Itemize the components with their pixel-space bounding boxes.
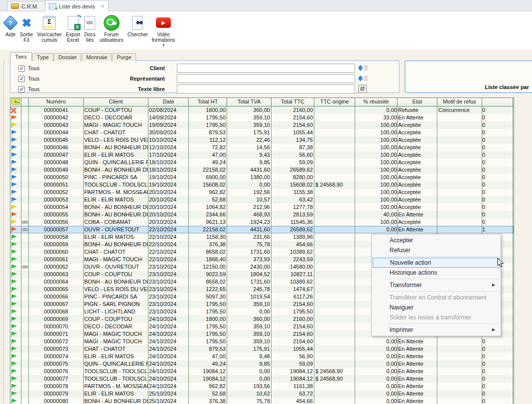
table-row-selected[interactable]: 00000057OUVR - OUVRETOUT22/10/202422158,… — [10, 226, 514, 233]
table-row[interactable]: 00000043MAGI - MAGIC TOUCH19/09/20241795… — [10, 121, 514, 129]
table-header-ttc-origine[interactable]: TTC origine — [314, 98, 355, 106]
table-row[interactable]: 00000042DECO - DECODAR14/09/20241795,503… — [10, 114, 514, 121]
empty-set-button[interactable]: Ø — [358, 85, 367, 93]
blue-flag-icon — [10, 145, 17, 151]
linked-docs-button[interactable]: Docs liés — [82, 14, 98, 43]
table-row[interactable]: 00000052PARTMOS - M. MOSSEAU E20/10/2024… — [10, 189, 514, 196]
forum-icon — [104, 15, 120, 31]
table-header-total-tva[interactable]: Total TVA — [227, 98, 271, 106]
table-row[interactable]: 00000080BONH - AU BONHEUR DU B25/10/2024… — [10, 398, 514, 404]
help-button[interactable]: ?Aide — [3, 14, 18, 38]
row-status-icon-cell — [10, 323, 21, 330]
lookup-button[interactable] — [358, 75, 368, 83]
row-status-icon-cell — [10, 181, 21, 189]
row-status-icon-cell — [10, 151, 21, 159]
filter-tab-type[interactable]: Type — [32, 53, 53, 61]
cell-etat: Acceptée — [398, 151, 437, 159]
menu-item-imprimer[interactable]: Imprimer▶ — [373, 325, 500, 335]
filter-tab-dossier[interactable]: Dossier — [54, 53, 81, 61]
table-header-num-ro[interactable]: Numéro — [29, 98, 84, 106]
toggle-totals-button[interactable]: ΣVoir/cacher cumuls — [35, 14, 64, 43]
table-row[interactable]: 00000047ELIR - ELIR MATOS17/10/202447,00… — [10, 151, 514, 159]
table-row[interactable]: 00000054BONH - AU BONHEUR DU B20/10/2024… — [10, 203, 514, 211]
filter-tab-purge[interactable]: Purge — [112, 53, 135, 61]
cell-numero: 00000077 — [29, 375, 84, 383]
row-status-icon-cell — [10, 375, 21, 383]
row-link-icon-cell — [21, 278, 29, 286]
table-row[interactable]: 00000079ELIR - ELIR MATOS25/10/202452,68… — [10, 390, 514, 398]
exit-button[interactable]: ✖Sortie F3 — [18, 14, 35, 43]
table-row[interactable]: 00000041COUP - COUPTOU02/08/20241800,003… — [10, 106, 514, 114]
texte-libre-input[interactable] — [177, 85, 355, 94]
table-row[interactable]: 00000055BONH - AU BONHEUR DU B20/10/2024… — [10, 211, 514, 218]
table-row[interactable]: 00000046BONH - AU BONHEUR DU B12/10/2024… — [10, 144, 514, 151]
table-row[interactable]: 00000050PINC - PINCARDI SA19/10/20246900… — [10, 174, 514, 181]
table-header-motif-de-refus[interactable]: Motif de refus — [437, 98, 482, 106]
table-row[interactable]: 00000053ELIR - ELIR MATOS20/10/202452,68… — [10, 196, 514, 203]
tous-checkbox[interactable]: ✓ — [18, 86, 25, 93]
tous-checkbox[interactable]: ✓ — [18, 76, 25, 82]
customize-columns-button[interactable]: +▼ — [11, 99, 20, 104]
cell-date: 20/10/2024 — [148, 196, 189, 203]
table-row[interactable]: 00000073CHAT - CHATOT24/10/2024879,53175… — [10, 345, 514, 353]
table-header-client[interactable]: Client — [84, 98, 148, 106]
représentant-input[interactable] — [177, 74, 355, 83]
cell-ttc-origine — [314, 330, 355, 338]
user-forum-button[interactable]: Forum utilisateurs — [98, 14, 126, 43]
video-trainings-button[interactable]: ▶Vidéo formations▼ — [150, 14, 177, 47]
table-row[interactable]: 00000048QUIN - QUINCAILLERIE PL18/10/202… — [10, 159, 514, 166]
table-header-date[interactable]: Date — [148, 98, 189, 106]
cell-client: TOOLSCLUB - TOOLSCLUB — [84, 368, 148, 375]
menu-item-refuser[interactable]: Refuser — [373, 245, 500, 255]
cell-ttc-origine — [314, 159, 355, 166]
menu-item-historique-actions[interactable]: Historique actions — [373, 268, 500, 278]
empty-set-button-wrap[interactable]: Ø — [358, 85, 367, 93]
tous-checkbox[interactable]: ✓ — [18, 65, 25, 72]
menu-item-transformer[interactable]: Transformer▶ — [373, 280, 500, 290]
cell-total-ht: 52,68 — [189, 196, 227, 203]
table-row[interactable]: 00000074ELIR - ELIR MATOS24/10/202447,00… — [10, 353, 514, 360]
tab-liste-des-devis[interactable]: + Liste des devis ✕ — [45, 0, 109, 11]
tab-liste-des-devis-close-icon[interactable]: ✕ — [101, 3, 105, 9]
menu-item-nouvelle-action[interactable]: Nouvelle action — [373, 258, 500, 268]
filter-tab-tiers[interactable]: Tiers — [10, 52, 32, 61]
client-input[interactable] — [177, 64, 355, 73]
cell-client: TOOLSCLUB - TOOLSCLUB — [84, 181, 148, 189]
table-header-total-ht[interactable]: Total HT — [189, 98, 227, 106]
table-row[interactable]: 00000076TOOLSCLUB - TOOLSCLUB24/10/20241… — [10, 368, 514, 375]
table-header-blank[interactable] — [482, 98, 513, 106]
search-button[interactable]: Chercher — [126, 14, 150, 38]
table-row[interactable]: 00000044CHAT - CHATOT30/09/2024879,53175… — [10, 129, 514, 136]
export-excel-button[interactable]: ↷XExport Excel — [64, 14, 82, 43]
cell-total-ht: 1064,82 — [189, 203, 227, 211]
cell-ttc-origine — [314, 286, 355, 293]
table-header-add[interactable]: +▼ — [10, 98, 21, 106]
table-row[interactable]: 00000078PARTMOS - M. MOSSEAU E24/10/2024… — [10, 383, 514, 390]
cell-date: 30/09/2024 — [148, 129, 189, 136]
table-header--r-ussite[interactable]: % réussite — [355, 98, 398, 106]
menu-item-accepter[interactable]: Accepter — [373, 235, 500, 245]
filter-tab-monnaie[interactable]: Monnaie — [82, 53, 112, 61]
table-header-etat[interactable]: Etat — [398, 98, 437, 106]
cell-numero: 00000063 — [29, 271, 84, 278]
lookup-icon[interactable] — [358, 75, 368, 82]
table-header-blank[interactable] — [21, 98, 29, 106]
table-row[interactable]: 00000056COBA - COBAMAT20/10/20249621,131… — [10, 218, 514, 226]
tab-crm-label: C.R.M. — [21, 3, 38, 9]
menu-item-naviguer[interactable]: Naviguer — [373, 303, 500, 312]
green-flag-icon — [10, 242, 17, 248]
sort-label: Liste classée par — [485, 84, 529, 90]
lookup-icon[interactable] — [358, 65, 368, 71]
cell-motif-refus — [437, 383, 482, 390]
cell-numero: 00000048 — [29, 159, 84, 166]
table-header-total-ttc[interactable]: Total TTC — [271, 98, 314, 106]
table-row[interactable]: 00000077TOOLSCLUB - TOOLSCLUB24/10/20241… — [10, 375, 514, 383]
table-row[interactable]: 00000045VELO - LES ROIS DU VELO10/10/202… — [10, 136, 514, 144]
table-row[interactable]: 00000049BONH - AU BONHEUR DU B18/10/2024… — [10, 166, 514, 174]
table-row[interactable]: 00000075QUIN - QUINCAILLERIE PL24/10/202… — [10, 360, 514, 368]
table-row[interactable]: 00000072MAGI - MAGIC TOUCH24/10/20241795… — [10, 338, 514, 345]
cell-total-ht: 112,12 — [189, 136, 227, 144]
cell-client: MAGI - MAGIC TOUCH — [84, 330, 148, 338]
table-row[interactable]: 00000051TOOLSCLUB - TOOLSCLUB19/10/20241… — [10, 181, 514, 189]
lookup-button[interactable] — [358, 65, 368, 72]
